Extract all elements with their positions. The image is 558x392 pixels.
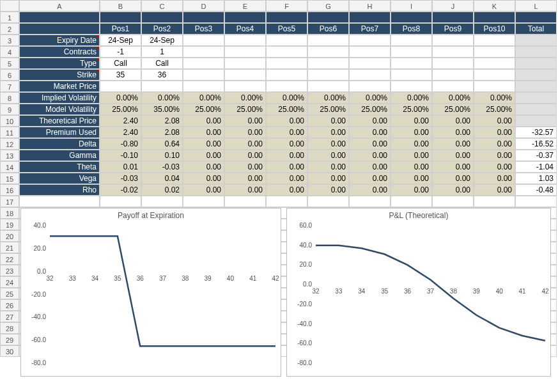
col-header-C[interactable]: C (141, 0, 183, 12)
total-blank[interactable] (515, 35, 557, 46)
cell-vega-1[interactable]: 0.04 (141, 173, 183, 184)
total-premium[interactable]: -32.57 (515, 127, 557, 138)
cell-contracts-5[interactable] (307, 46, 349, 58)
col-header-F[interactable]: F (266, 0, 307, 12)
row-header-12[interactable]: 12 (0, 138, 19, 150)
cell-strike-4[interactable] (266, 69, 307, 81)
cell-premium-7[interactable]: 0.00 (391, 127, 432, 138)
cell-type-8[interactable] (432, 58, 474, 69)
cell-rho-8[interactable]: 0.00 (432, 184, 474, 196)
total-blank[interactable] (515, 81, 557, 92)
header-Pos2[interactable]: Pos2 (141, 23, 183, 35)
header-Pos5[interactable]: Pos5 (266, 23, 307, 35)
col-header-A[interactable]: A (19, 0, 100, 12)
cell-strike-6[interactable] (349, 69, 391, 81)
cell[interactable] (224, 12, 266, 23)
cell-implied_vol-8[interactable]: 0.00% (432, 92, 474, 104)
pnl-chart[interactable]: P&L (Theoretical) -80.0-60.0-40.0-20.00.… (286, 208, 551, 377)
cell-premium-3[interactable]: 0.00 (224, 127, 266, 138)
cell-expiry-3[interactable] (224, 35, 266, 46)
cell[interactable] (266, 196, 307, 207)
cell-gamma-3[interactable]: 0.00 (224, 150, 266, 161)
cell-premium-5[interactable]: 0.00 (307, 127, 349, 138)
row-header-21[interactable]: 21 (0, 242, 19, 253)
total-vega[interactable]: 1.03 (515, 173, 557, 184)
row-label-expiry[interactable]: Expiry Date (19, 35, 100, 46)
cell-contracts-7[interactable] (391, 46, 432, 58)
header-Pos9[interactable]: Pos9 (432, 23, 474, 35)
row-header-27[interactable]: 27 (0, 311, 19, 322)
cell-market_price-0[interactable] (100, 81, 141, 92)
row-header-5[interactable]: 5 (0, 58, 19, 69)
cell-model_vol-0[interactable]: 25.00% (100, 104, 141, 115)
cell-model_vol-6[interactable]: 25.00% (349, 104, 391, 115)
row-header-4[interactable]: 4 (0, 46, 19, 58)
select-all-cell[interactable] (0, 0, 19, 12)
cell-theta-7[interactable]: 0.00 (391, 161, 432, 173)
cell-market_price-3[interactable] (224, 81, 266, 92)
row-label-model_vol[interactable]: Model Volatility (19, 104, 100, 115)
cell-gamma-9[interactable]: 0.00 (474, 150, 515, 161)
row-header-28[interactable]: 28 (0, 322, 19, 334)
cell-gamma-0[interactable]: -0.10 (100, 150, 141, 161)
cell-market_price-4[interactable] (266, 81, 307, 92)
row-label-premium[interactable]: Premium Used (19, 127, 100, 138)
cell-delta-6[interactable]: 0.00 (349, 138, 391, 150)
cell-type-7[interactable] (391, 58, 432, 69)
cell-rho-6[interactable]: 0.00 (349, 184, 391, 196)
cell-theo_price-2[interactable]: 0.00 (183, 115, 224, 127)
cell-implied_vol-5[interactable]: 0.00% (307, 92, 349, 104)
cell-market_price-1[interactable] (141, 81, 183, 92)
cell-expiry-9[interactable] (474, 35, 515, 46)
cell-theta-8[interactable]: 0.00 (432, 161, 474, 173)
cell-theta-3[interactable]: 0.00 (224, 161, 266, 173)
row-header-16[interactable]: 16 (0, 184, 19, 196)
total-blank[interactable] (515, 69, 557, 81)
cell[interactable] (141, 196, 183, 207)
cell[interactable] (349, 12, 391, 23)
cell[interactable] (141, 12, 183, 23)
cell-type-6[interactable] (349, 58, 391, 69)
cell-vega-6[interactable]: 0.00 (349, 173, 391, 184)
total-blank[interactable] (515, 46, 557, 58)
cell-theta-5[interactable]: 0.00 (307, 161, 349, 173)
header-Pos6[interactable]: Pos6 (307, 23, 349, 35)
cell-implied_vol-3[interactable]: 0.00% (224, 92, 266, 104)
cell-model_vol-3[interactable]: 25.00% (224, 104, 266, 115)
header-Pos10[interactable]: Pos10 (474, 23, 515, 35)
cell[interactable] (391, 196, 432, 207)
row-header-9[interactable]: 9 (0, 104, 19, 115)
cell-delta-9[interactable]: 0.00 (474, 138, 515, 150)
row-header-26[interactable]: 26 (0, 299, 19, 311)
cell-delta-8[interactable]: 0.00 (432, 138, 474, 150)
row-header-6[interactable]: 6 (0, 69, 19, 81)
col-header-I[interactable]: I (391, 0, 432, 12)
cell-type-3[interactable] (224, 58, 266, 69)
cell-delta-7[interactable]: 0.00 (391, 138, 432, 150)
row-header-3[interactable]: 3 (0, 35, 19, 46)
cell-market_price-8[interactable] (432, 81, 474, 92)
cell-type-5[interactable] (307, 58, 349, 69)
cell[interactable] (474, 196, 515, 207)
cell-rho-1[interactable]: 0.02 (141, 184, 183, 196)
cell-theo_price-3[interactable]: 0.00 (224, 115, 266, 127)
cell-vega-2[interactable]: 0.00 (183, 173, 224, 184)
cell-strike-8[interactable] (432, 69, 474, 81)
cell-theo_price-0[interactable]: 2.40 (100, 115, 141, 127)
cell-contracts-3[interactable] (224, 46, 266, 58)
cell-delta-4[interactable]: 0.00 (266, 138, 307, 150)
cell-A2[interactable] (19, 23, 100, 35)
cell-strike-5[interactable] (307, 69, 349, 81)
cell-gamma-2[interactable]: 0.00 (183, 150, 224, 161)
cell-delta-5[interactable]: 0.00 (307, 138, 349, 150)
total-theta[interactable]: -1.04 (515, 161, 557, 173)
row-label-implied_vol[interactable]: Implied Volatility (19, 92, 100, 104)
header-Pos8[interactable]: Pos8 (391, 23, 432, 35)
cell-expiry-4[interactable] (266, 35, 307, 46)
total-blank[interactable] (515, 58, 557, 69)
cell-gamma-8[interactable]: 0.00 (432, 150, 474, 161)
cell-market_price-7[interactable] (391, 81, 432, 92)
cell-rho-9[interactable]: 0.00 (474, 184, 515, 196)
cell-rho-7[interactable]: 0.00 (391, 184, 432, 196)
cell-theo_price-4[interactable]: 0.00 (266, 115, 307, 127)
